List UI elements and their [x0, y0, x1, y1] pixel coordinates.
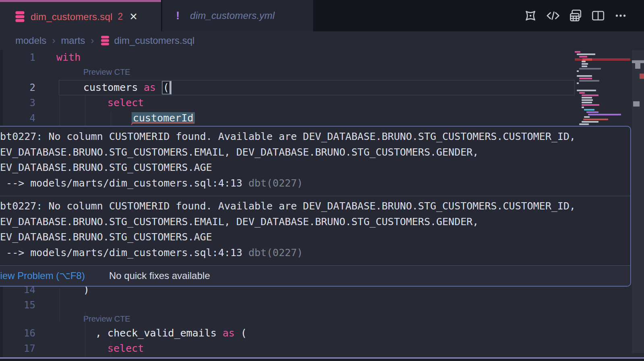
editor-actions [523, 0, 628, 31]
minimap-code-line [582, 66, 587, 67]
minimap-code-line [582, 107, 584, 108]
minimap-code-line [588, 114, 621, 115]
minimap-code-line [579, 92, 585, 94]
panel-under [0, 359, 644, 361]
breadcrumb-models[interactable]: models [15, 35, 46, 46]
error-location: --> models/marts/dim_customers.sql:4:13 [0, 177, 248, 189]
close-icon[interactable]: ✕ [129, 11, 138, 23]
database-icon [14, 11, 25, 23]
line-number: 2 [11, 80, 35, 95]
code-token: , check_valid_emails [95, 326, 217, 341]
tab-label: dim_customers.sql [31, 11, 112, 23]
more-actions-icon[interactable] [613, 8, 628, 23]
minimap-code-line [582, 61, 586, 62]
codelens-preview-cte[interactable]: Preview CTE [83, 65, 130, 79]
database-icon [100, 35, 110, 46]
ruler-mark [632, 60, 644, 63]
minimap-code-line [579, 123, 589, 125]
tab-label: dim_customers.yml [190, 10, 275, 21]
minimap-code-line [582, 121, 599, 123]
query-results-icon[interactable] [568, 8, 583, 23]
ruler-mark [633, 101, 640, 107]
code-token: customers [83, 80, 138, 95]
line-number: 3 [11, 95, 35, 111]
minimap-code-line [584, 116, 590, 118]
minimap-code-line [582, 63, 588, 65]
minimap-code-line [582, 94, 599, 96]
minimap-code-line [579, 78, 592, 79]
code-line-17: 17select [0, 341, 644, 356]
code-line-1: 1with [0, 50, 644, 65]
code-line-16: 16, check_valid_emailsas( [0, 326, 644, 341]
breadcrumb: models › marts › dim_customers.sql [0, 31, 644, 50]
minimap-code-line [575, 51, 580, 53]
code-token: select [107, 341, 144, 356]
codelens-preview-cte[interactable]: Preview CTE [83, 312, 130, 326]
code-token: as [144, 80, 156, 95]
code-token: as [223, 326, 235, 341]
indent-guide [85, 95, 85, 126]
minimap-code-line [583, 119, 608, 120]
minimap-code-line [577, 70, 579, 72]
error-squiggle [131, 122, 195, 126]
code-token: select [107, 95, 144, 111]
error-message-1: dbt0227: No column CUSTOMERID found. Ava… [0, 127, 630, 196]
line-number: 16 [11, 326, 35, 341]
view-problem-link[interactable]: View Problem (⌥F8) [0, 270, 85, 281]
minimap-code-line [579, 80, 599, 82]
error-word-highlight: customerId [132, 112, 195, 124]
indent-guide [111, 111, 111, 126]
error-code: dbt(0227) [248, 177, 303, 189]
line-number: 17 [11, 341, 35, 356]
code-line-4: 4customerId [0, 111, 644, 126]
dbt-preview-icon[interactable] [523, 8, 538, 23]
code-token: ( [241, 326, 247, 341]
tab-problem-badge: 2 [118, 11, 123, 22]
minimap-code-line [582, 104, 599, 106]
minimap-code-line [582, 102, 592, 103]
code-line-2: 2customersas( [0, 80, 644, 95]
minimap-code-line [577, 75, 592, 77]
chevron-right-icon: › [52, 35, 55, 46]
warning-icon: ! [176, 9, 180, 22]
code-line-3: 3select [0, 95, 644, 111]
no-quick-fixes-text: No quick fixes available [109, 270, 210, 281]
minimap-code-line [577, 90, 596, 91]
minimap-code-line [577, 53, 595, 55]
minimap-code-line [579, 56, 587, 57]
error-location: --> models/marts/dim_customers.sql:4:13 [0, 247, 248, 258]
line-number: 1 [11, 50, 35, 65]
breadcrumb-marts[interactable]: marts [61, 35, 85, 46]
minimap-code-line [577, 82, 579, 84]
indent-guide [60, 287, 60, 322]
code-token: ( [161, 80, 171, 95]
code-icon[interactable] [546, 8, 560, 23]
indent-guide [85, 312, 85, 357]
indent-guide [60, 95, 60, 126]
tab-dim-customers-sql[interactable]: dim_customers.sql 2 ✕ [0, 0, 161, 31]
minimap-code-line [586, 111, 599, 113]
error-code: dbt(0227) [248, 247, 303, 258]
vscode-window: dim_customers.sql 2 ✕ ! dim_customers.ym… [0, 0, 644, 361]
minimap-code-line [582, 97, 592, 98]
code-token: with [56, 50, 80, 65]
breadcrumb-file[interactable]: dim_customers.sql [114, 35, 194, 46]
error-hover-popup: dbt0227: No column CUSTOMERID found. Ava… [0, 126, 631, 287]
chevron-right-icon: › [91, 35, 94, 46]
ruler-error-mark [640, 74, 644, 79]
indent-guide [111, 341, 111, 357]
scrollbar[interactable] [632, 50, 644, 353]
code-editor[interactable]: 1withPreview CTE2customersas(3select4cus… [0, 50, 644, 361]
line-number: 4 [11, 111, 35, 126]
minimap-code-line [584, 109, 594, 111]
split-editor-icon[interactable] [591, 8, 605, 23]
minimap-code-line [582, 99, 593, 101]
line-number: 15 [11, 297, 35, 313]
ruler-mark [635, 63, 640, 69]
popup-status-bar: View Problem (⌥F8) No quick fixes availa… [0, 266, 630, 286]
code-line-15: 15 [0, 297, 644, 313]
text-cursor: ( [162, 81, 171, 94]
error-message-2: dbt0227: No column CUSTOMERID found. Ava… [0, 196, 630, 265]
editor-tab-bar: dim_customers.sql 2 ✕ ! dim_customers.ym… [0, 0, 644, 31]
tab-dim-customers-yml[interactable]: ! dim_customers.yml [162, 0, 313, 31]
